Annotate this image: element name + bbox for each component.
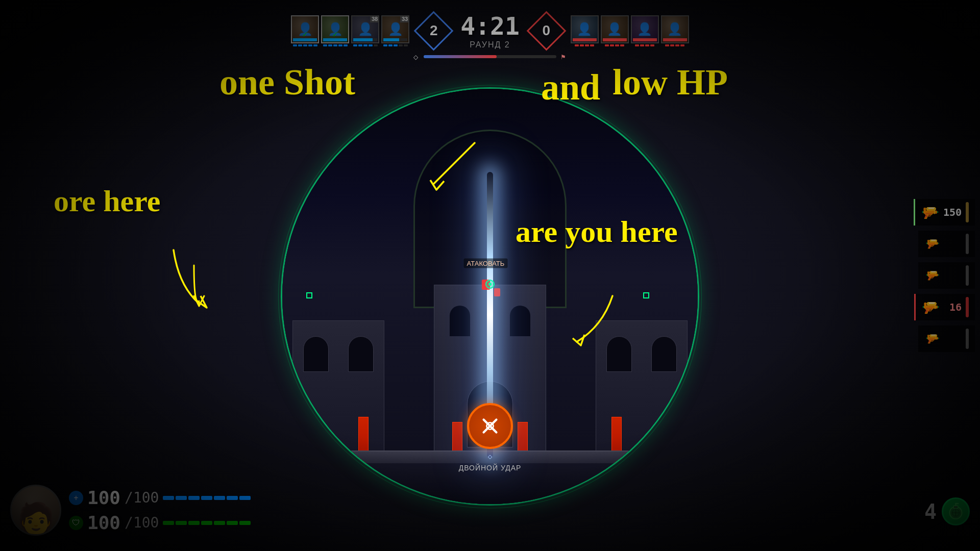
health-seg-5 [214,496,225,500]
team-right: 👤 👤 [571,15,689,46]
avatar-1-check: ✓ [302,30,308,38]
weapon-3-bar [966,265,969,286]
avatar-slot-1: 👤 ✓ [291,15,319,46]
health-value: 100 [87,487,120,508]
avatar-4-bars [383,38,407,41]
map-marker-right [643,292,649,298]
avatar-2-check: ✓ [332,30,338,38]
shield-bar [163,521,251,525]
enemy-indicator-2 [494,288,500,296]
shield-seg-3 [188,521,200,525]
avatar-2-bars [323,38,347,41]
avatar-4-level: 33 [400,15,409,22]
grenade-count: 4 [924,500,937,523]
shield-max: /100 [125,514,159,531]
weapon-4-bar [966,297,969,317]
avatar-r3[interactable]: 👤 [631,15,659,43]
progress-icon-right: ⚑ [560,54,567,60]
health-row: + 100 /100 [69,487,251,508]
grenade-icon-svg [947,503,965,520]
avatar-r2-slot: 👤 [601,15,629,46]
avatar-3-bars [353,38,377,41]
avatar-r2-hp-bars [605,44,624,46]
weapon-slot-3[interactable]: 🔫 [918,262,975,289]
progress-icon-left: ◇ [413,54,420,60]
weapon-1-icon: 🔫 [921,204,939,221]
avatar-slot-4: 👤 33 [381,15,409,46]
shield-icon: 🛡 [69,516,83,530]
score-red: 0 [532,17,560,45]
team-left-avatars: 👤 ✓ 👤 ✓ [291,15,409,46]
grenade-section: 4 [924,497,970,525]
avatar-1-bars [293,38,317,41]
weapon-1-ammo: 150 [943,206,962,218]
avatar-r2[interactable]: 👤 [601,15,629,43]
weapon-1-bar [966,202,969,222]
avatar-3[interactable]: 👤 38 [351,15,379,43]
avatar-r2-bars [603,38,627,41]
left-structure [292,320,384,463]
avatar-r1-hp-bars [575,44,594,46]
shield-seg-1 [163,521,174,525]
weapon-slot-5[interactable]: 🔫 [918,325,975,352]
grenade-icon[interactable] [942,497,970,525]
shield-seg-5 [214,521,225,525]
avatar-3-level: 38 [370,15,379,22]
avatar-r1[interactable]: 👤 [571,15,599,43]
attack-label: АТАКОВАТЬ [464,258,508,268]
weapon-2-icon: 🔫 [926,237,940,251]
avatar-r4-slot: 👤 [661,15,689,46]
avatar-r1-slot: 👤 [571,15,599,46]
weapon-2-bar [966,234,969,254]
health-bar [163,496,251,500]
weapon-4-ammo: 16 [944,301,962,313]
avatar-1-hp-bars [293,44,317,46]
health-seg-7 [239,496,251,500]
progress-bar-fill [424,55,497,58]
game-timer: 4:21 [460,12,520,40]
avatar-r4-bars [663,38,687,41]
shield-seg-2 [176,521,187,525]
hud-top-bar: 👤 ✓ 👤 ✓ [0,0,980,61]
player-portrait: 🧑 [10,485,61,536]
weapon-slot-2[interactable]: 🔫 [918,231,975,257]
round-label: РАУНД 2 [460,40,520,49]
shield-value: 100 [87,512,120,533]
shield-seg-4 [201,521,212,525]
shield-row: 🛡 100 /100 [69,512,251,533]
weapon-3-icon: 🔫 [926,269,940,282]
avatar-slot-3: 👤 38 [351,15,379,46]
team-left: 👤 ✓ 👤 ✓ [291,15,409,46]
avatar-r1-bars [573,38,597,41]
avatar-2-hp-bars [323,44,348,46]
portrait-face: 🧑 [17,504,55,534]
avatar-r4[interactable]: 👤 [661,15,689,43]
player-info: 🧑 + 100 /100 🛡 100 /100 [10,485,251,536]
ability-icon[interactable] [467,403,513,449]
avatar-r4-hp-bars [665,44,684,46]
ability-label: ДВОЙНОЙ УДАР [459,464,522,472]
avatar-2[interactable]: 👤 ✓ [321,15,349,43]
player-marker [485,280,495,289]
avatar-1[interactable]: 👤 ✓ [291,15,319,43]
weapon-panel: 🔫 150 🔫 🔫 🔫 16 🔫 [909,194,980,357]
health-icon: + [69,491,83,505]
ability-icon-svg [477,413,503,439]
score-red-value: 0 [543,22,551,39]
progress-bar-track [424,55,556,58]
weapon-slot-1[interactable]: 🔫 150 [914,199,975,226]
weapon-slot-4[interactable]: 🔫 16 [914,294,975,320]
map-marker-left [306,292,312,298]
shield-seg-6 [227,521,238,525]
team-right-avatars: 👤 👤 [571,15,689,46]
player-stats: + 100 /100 🛡 100 /100 [69,487,251,533]
health-seg-1 [163,496,174,500]
health-seg-3 [188,496,200,500]
avatar-4[interactable]: 👤 33 [381,15,409,43]
avatar-r3-slot: 👤 [631,15,659,46]
avatar-slot-2: 👤 ✓ [321,15,349,46]
health-seg-2 [176,496,187,500]
avatar-4-hp-bars [383,44,408,46]
right-structure [596,320,688,463]
avatar-r3-bars [633,38,657,41]
